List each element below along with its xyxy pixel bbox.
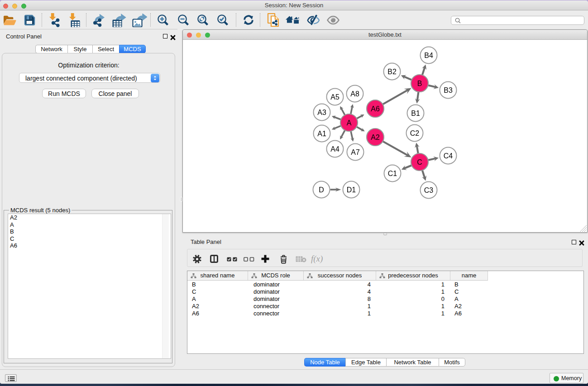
svg-text:C4: C4 — [444, 152, 453, 160]
svg-text:A: A — [347, 119, 352, 127]
svg-text:B3: B3 — [444, 86, 453, 94]
svg-text:A7: A7 — [351, 148, 360, 156]
svg-text:D1: D1 — [347, 186, 356, 194]
svg-text:A3: A3 — [317, 109, 326, 116]
svg-text:C2: C2 — [410, 129, 420, 137]
svg-text:B1: B1 — [411, 110, 420, 117]
svg-text:C1: C1 — [388, 170, 397, 177]
svg-text:C3: C3 — [424, 186, 434, 194]
svg-text:A8: A8 — [350, 90, 359, 98]
svg-text:B: B — [417, 80, 422, 87]
svg-text:A5: A5 — [330, 93, 339, 101]
svg-text:A6: A6 — [371, 105, 380, 113]
svg-text:A2: A2 — [371, 133, 380, 141]
svg-text:C: C — [417, 158, 422, 166]
svg-text:D: D — [319, 186, 324, 194]
svg-text:B4: B4 — [424, 52, 433, 59]
svg-text:A1: A1 — [317, 130, 326, 138]
svg-text:B2: B2 — [387, 68, 397, 76]
svg-text:A4: A4 — [330, 145, 339, 153]
